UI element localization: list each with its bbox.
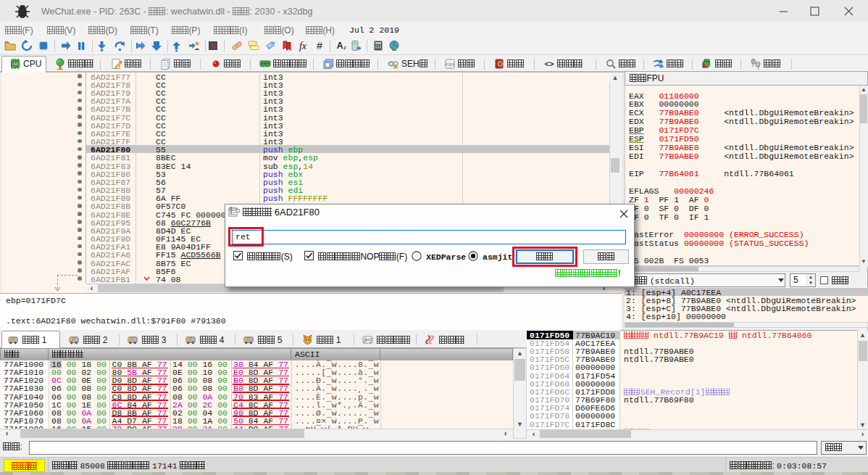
svg-text:!: ! bbox=[395, 65, 396, 69]
svg-text:S: S bbox=[211, 41, 215, 50]
svg-text:A: A bbox=[337, 41, 343, 51]
svg-text:<>: <> bbox=[545, 59, 554, 68]
svg-text:#: # bbox=[317, 40, 322, 51]
svg-text:<o>: <o> bbox=[446, 61, 456, 67]
svg-text:[x=]: [x=] bbox=[363, 337, 372, 343]
svg-text:z: z bbox=[343, 44, 346, 51]
svg-text:fx: fx bbox=[299, 41, 307, 51]
svg-text:32: 32 bbox=[13, 62, 17, 66]
